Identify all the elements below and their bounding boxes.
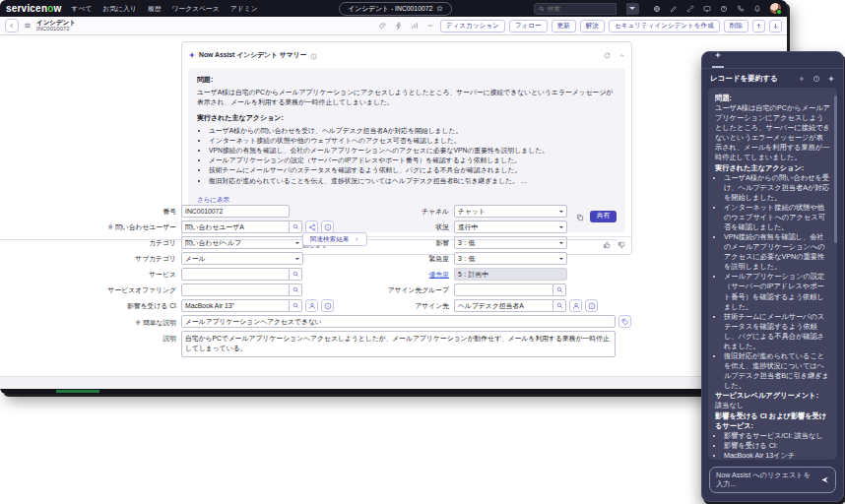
description-field[interactable]: 自宅からPCでメールアプリケーションへアクセスしようとしたが、メールアプリケーシ…: [181, 331, 616, 357]
summary-card-title: Now Assist インシデント サマリー: [199, 50, 307, 60]
service-offering-field[interactable]: [181, 284, 290, 296]
phone-icon[interactable]: [737, 5, 745, 13]
new-conversation-icon[interactable]: [798, 75, 806, 83]
follow-button[interactable]: フォロー: [509, 20, 548, 32]
chevron-down-icon: [295, 258, 299, 262]
subcategory-select[interactable]: メール: [181, 252, 303, 265]
reference-lookup-icon[interactable]: [290, 299, 302, 312]
nav-item-history[interactable]: 履歴: [148, 4, 162, 14]
open-record-pill[interactable]: インシデント - INC0010072: [339, 2, 452, 16]
scrollbar-thumb[interactable]: [834, 95, 837, 243]
previous-record-button[interactable]: [752, 20, 765, 32]
form-row-assignment-group: アサイン先グループ: [379, 284, 650, 296]
nav-item-favorites[interactable]: お気に入り: [102, 4, 136, 14]
notifications-icon[interactable]: [753, 5, 761, 13]
assigned-to-label: アサイン先: [379, 301, 454, 311]
global-search-input[interactable]: [548, 5, 607, 12]
help-icon[interactable]: [720, 5, 728, 13]
more-options-icon[interactable]: [424, 20, 436, 32]
chevron-down-icon: [559, 226, 563, 230]
urgency-select[interactable]: 3：低: [454, 252, 567, 265]
screen-share-icon[interactable]: [703, 5, 711, 13]
send-icon[interactable]: [820, 475, 829, 484]
reference-lookup-icon[interactable]: [290, 284, 302, 296]
affected-ci-label: 影響を受ける CI: [59, 301, 181, 311]
required-marker: ※: [107, 223, 113, 230]
assigned-to-field[interactable]: [454, 299, 553, 312]
info-icon[interactable]: [310, 46, 317, 64]
template-icon[interactable]: [409, 20, 421, 32]
priority-label-link[interactable]: 優先度: [429, 271, 449, 278]
action-item: 復旧対応が進められていることを伝え、進捗状況についてはヘルプデスク担当者Bに引き…: [209, 176, 617, 186]
reference-lookup-icon[interactable]: [553, 299, 566, 312]
actions-heading: 実行された主なアクション:: [197, 113, 617, 123]
assist-request-input[interactable]: Now Assist へのリクエストを入力...: [709, 467, 836, 493]
global-search[interactable]: [534, 3, 617, 15]
action-item: メールアプリケーションの設定（サーバーのIPアドレスやポート番号）を確認するよう…: [209, 156, 617, 165]
channel-label: チャネル: [379, 207, 454, 217]
chevron-down-icon: [559, 258, 563, 262]
tag-icon[interactable]: [618, 315, 631, 328]
globe-icon[interactable]: [653, 5, 661, 13]
user-preview-icon[interactable]: [569, 299, 582, 312]
form-row-description: 説明 自宅からPCでメールアプリケーションへアクセスしようとしたが、メールアプリ…: [59, 331, 650, 357]
show-more-link[interactable]: さらに表示: [197, 196, 229, 203]
affected-item: 影響するサービス/CI: 該当なし: [724, 431, 830, 441]
service-field[interactable]: [181, 268, 290, 281]
refresh-icon[interactable]: [604, 52, 611, 59]
user-avatar[interactable]: [770, 3, 781, 14]
preview-record-icon[interactable]: [321, 299, 334, 312]
action-item: インターネット接続の状態や他のウェブサイトへのアクセス可否を確認しました。: [209, 136, 617, 146]
activity-stream-icon[interactable]: [393, 20, 405, 32]
number-field[interactable]: [181, 205, 290, 218]
sla-heading: サービスレベルアグリーメント:: [715, 391, 830, 401]
context-menu-icon[interactable]: [23, 21, 32, 31]
related-search-results-button[interactable]: 関連検索結果: [302, 232, 367, 246]
reference-lookup-icon[interactable]: [553, 284, 566, 296]
history-icon[interactable]: [812, 75, 820, 83]
now-assist-icon[interactable]: [827, 75, 835, 83]
tab-now-assist[interactable]: [712, 51, 724, 68]
channel-select[interactable]: チャット: [454, 205, 567, 218]
affected-item: 影響を受ける CI:: [724, 441, 830, 451]
collapse-icon[interactable]: [618, 52, 625, 59]
record-header: インシデント INC0010072 ディスカッション フォロー 更新 解決 セキ…: [0, 17, 787, 35]
create-security-incident-button[interactable]: セキュリティインシデントを作成: [609, 20, 720, 32]
short-description-field[interactable]: [181, 315, 616, 328]
action-item: VPN接続の有無を確認し、会社のメールアプリケーションへのアクセスに必要なVPN…: [209, 146, 617, 156]
action-item: インターネット接続の状態や他のウェブサイトへのアクセス可否を確認しました。: [724, 203, 830, 232]
panel-scroll-area[interactable]: 問題: ユーザA様は自宅のPCからメールアプリケーションにアクセスしようとしたと…: [708, 88, 837, 460]
resolve-button[interactable]: 解決: [580, 20, 605, 32]
affected-ci-field[interactable]: [181, 299, 290, 312]
priority-readonly-field: 5：計画中: [454, 268, 567, 281]
next-record-button[interactable]: [769, 20, 782, 32]
nav-item-admin[interactable]: アドミン: [230, 4, 258, 14]
servicenow-window: servicenow すべて お気に入り 履歴 ワークスペース アドミン インシ…: [0, 0, 787, 394]
now-assist-icon: [188, 51, 196, 59]
related-search-divider: 関連検索結果: [0, 232, 701, 246]
link-icon[interactable]: [686, 5, 694, 13]
chevron-right-icon: [353, 236, 358, 242]
back-button[interactable]: [5, 19, 19, 32]
attachment-icon[interactable]: [377, 20, 389, 32]
action-item: メールアプリケーションの設定（サーバーのIPアドレスやポート番号）を確認するよう…: [724, 272, 830, 311]
favorite-star-icon[interactable]: [436, 5, 443, 12]
search-scope-dropdown[interactable]: [626, 3, 639, 15]
preview-record-icon[interactable]: [585, 299, 598, 312]
form-row-subcategory: サブカテゴリ メール: [59, 252, 379, 265]
description-label: 説明: [59, 331, 181, 344]
update-button[interactable]: 更新: [552, 20, 576, 32]
discussion-button[interactable]: ディスカッション: [440, 20, 505, 32]
assignment-group-field[interactable]: [454, 284, 553, 296]
reference-lookup-icon[interactable]: [290, 268, 302, 281]
nav-item-workspaces[interactable]: ワークスペース: [171, 4, 219, 14]
nav-item-all[interactable]: すべて: [71, 4, 92, 14]
arrow-down-icon: [772, 23, 779, 30]
actions-heading: 実行された主なアクション:: [715, 163, 830, 173]
dependency-view-icon[interactable]: [305, 299, 318, 312]
now-assist-icon: [714, 51, 722, 59]
delete-button[interactable]: 削除: [724, 20, 748, 32]
top-nav: servicenow すべて お気に入り 履歴 ワークスペース アドミン インシ…: [0, 0, 787, 17]
assist-input-placeholder: Now Assist へのリクエストを入力...: [716, 471, 816, 489]
compose-icon[interactable]: [670, 5, 678, 13]
